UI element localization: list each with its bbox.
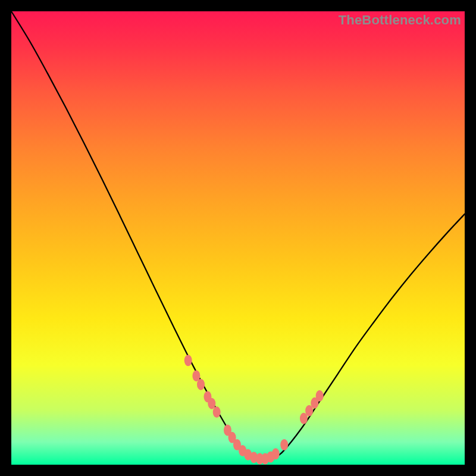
- marker-dot: [184, 355, 192, 366]
- curve-svg: [11, 11, 465, 465]
- marker-dot: [316, 390, 324, 402]
- marker-dot: [213, 406, 221, 418]
- chart-frame: TheBottleneck.com: [0, 0, 476, 476]
- highlight-dots: [184, 355, 324, 464]
- bottleneck-curve: [11, 11, 465, 460]
- marker-dot: [272, 448, 280, 459]
- marker-dot: [197, 379, 205, 390]
- marker-dot: [208, 398, 215, 409]
- plot-area: TheBottleneck.com: [11, 11, 465, 465]
- marker-dot: [280, 439, 288, 450]
